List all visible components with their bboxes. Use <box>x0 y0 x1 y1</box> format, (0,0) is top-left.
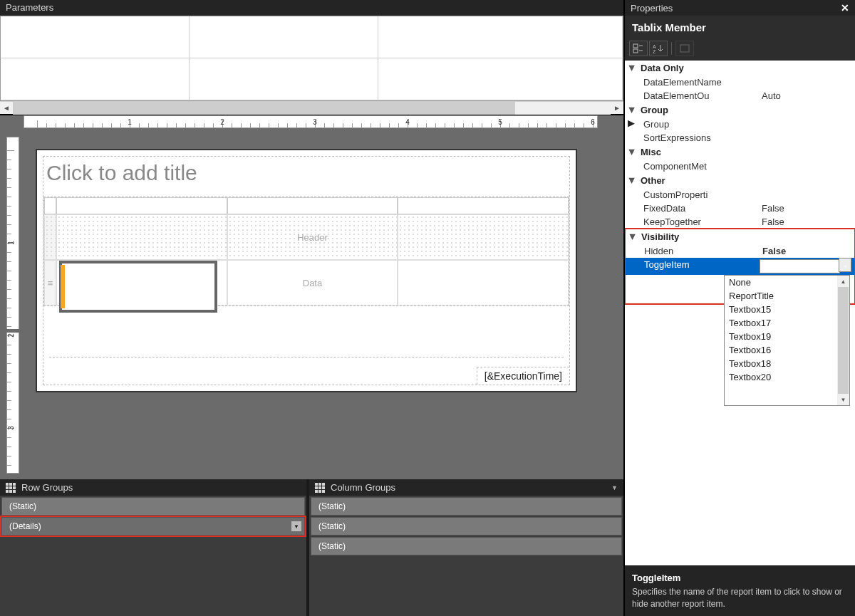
tablix[interactable]: Header ≡ Data <box>43 197 569 306</box>
alphabetical-icon[interactable]: AZ <box>649 41 668 56</box>
property-row[interactable]: ▶Group <box>625 118 855 131</box>
property-row[interactable]: CustomProperti <box>625 188 855 202</box>
property-category[interactable]: ▶Data Only <box>625 61 855 75</box>
chevron-down-icon[interactable]: ⌄ <box>839 258 851 272</box>
svg-rect-0 <box>633 44 638 48</box>
data-cell[interactable]: Data <box>227 260 398 306</box>
table-icon <box>6 483 16 493</box>
title-placeholder[interactable]: Click to add title <box>43 157 569 192</box>
column-group-item[interactable]: (Static) <box>311 537 622 555</box>
parameters-panel: Parameters ◄ ► <box>0 0 623 115</box>
design-surface[interactable]: 123456 1234 Click to add title Header <box>0 115 623 479</box>
property-row[interactable]: HiddenFalse <box>626 244 854 258</box>
close-icon[interactable]: ✕ <box>841 2 849 14</box>
property-pages-icon <box>675 41 694 56</box>
chevron-down-icon: ▶ <box>628 106 636 115</box>
toggleitem-dropdown[interactable]: NoneReportTitleTextbox15Textbox17Textbox… <box>724 275 850 406</box>
table-icon <box>315 483 325 493</box>
column-group-item[interactable]: (Static) <box>311 497 622 516</box>
row-groups-panel: Row Groups (Static)(Details)▼ <box>0 479 306 616</box>
property-row[interactable]: SortExpressions <box>625 131 855 145</box>
property-category[interactable]: ▶Group <box>625 103 855 118</box>
scroll-down-icon[interactable]: ▼ <box>837 394 849 405</box>
chevron-down-icon: ▶ <box>628 64 636 73</box>
column-group-item[interactable]: (Static) <box>311 517 622 536</box>
property-description: ToggleItem Specifies the name of the rep… <box>625 565 855 616</box>
svg-rect-1 <box>633 49 638 53</box>
scroll-thumb[interactable] <box>13 102 515 115</box>
row-group-item[interactable]: (Static) <box>1 497 305 516</box>
parameters-title: Parameters <box>0 0 623 15</box>
property-category[interactable]: ▶Misc <box>625 145 855 160</box>
header-cell[interactable]: Header <box>227 214 398 260</box>
dropdown-option[interactable]: Textbox19 <box>725 330 837 343</box>
report-page[interactable]: Click to add title Header ≡ Data <box>36 149 577 392</box>
property-row[interactable]: FixedDataFalse <box>625 202 855 215</box>
row-handle[interactable]: ≡ <box>44 260 56 306</box>
chevron-down-icon: ▶ <box>629 233 637 241</box>
dropdown-option[interactable]: Textbox20 <box>725 370 837 384</box>
property-row[interactable]: ToggleItem⌄ <box>626 258 854 275</box>
property-category[interactable]: ▶Other <box>625 173 855 188</box>
chevron-right-icon[interactable]: ▶ <box>628 118 635 128</box>
chevron-down-icon[interactable]: ▼ <box>291 521 301 531</box>
property-row[interactable]: DataElementOuAuto <box>625 89 855 103</box>
desc-title: ToggleItem <box>632 572 848 585</box>
column-groups-title: Column Groups <box>331 482 395 493</box>
scroll-right-icon[interactable]: ► <box>611 102 623 115</box>
properties-panel: Properties ✕ Tablix Member AZ ▶Data Only… <box>623 0 855 616</box>
vertical-ruler: 1234 <box>6 137 19 474</box>
svg-text:A: A <box>653 44 656 49</box>
column-groups-panel: Column Groups ▼ (Static)(Static)(Static) <box>309 479 623 616</box>
scroll-thumb[interactable] <box>838 287 849 394</box>
row-groups-title: Row Groups <box>21 482 73 493</box>
parameters-grid[interactable] <box>0 16 623 101</box>
execution-time-textbox[interactable]: [&ExecutionTime] <box>477 367 569 385</box>
dropdown-option[interactable]: Textbox17 <box>725 316 837 330</box>
property-row[interactable]: KeepTogetherFalse <box>625 215 855 229</box>
properties-object-name: Tablix Member <box>625 16 855 41</box>
dropdown-option[interactable]: Textbox15 <box>725 303 837 316</box>
column-groups-menu-icon[interactable]: ▼ <box>611 484 618 491</box>
parameters-hscroll[interactable]: ◄ ► <box>0 101 623 114</box>
dropdown-option[interactable]: Textbox16 <box>725 343 837 357</box>
row-group-item[interactable]: (Details)▼ <box>1 517 305 536</box>
svg-rect-4 <box>680 45 689 52</box>
chevron-down-icon: ▶ <box>628 148 636 157</box>
horizontal-ruler: 123456 <box>24 115 598 128</box>
properties-grid[interactable]: ▶Data OnlyDataElementNameDataElementOuAu… <box>625 61 855 565</box>
desc-body: Specifies the name of the report item to… <box>632 587 842 609</box>
dropdown-option[interactable]: Textbox18 <box>725 357 837 370</box>
dropdown-option[interactable]: None <box>725 276 837 289</box>
property-row[interactable]: DataElementName <box>625 75 855 89</box>
chevron-down-icon: ▶ <box>628 177 636 185</box>
selected-tablix-cell[interactable] <box>59 261 217 313</box>
property-row[interactable]: ComponentMet <box>625 160 855 173</box>
property-category[interactable]: ▶Visibility <box>626 229 854 244</box>
categorized-icon[interactable] <box>629 41 648 56</box>
properties-toolbar: AZ <box>625 41 855 61</box>
groups-area: Row Groups (Static)(Details)▼ Column Gro… <box>0 479 623 616</box>
properties-title: Properties <box>631 3 673 14</box>
scroll-left-icon[interactable]: ◄ <box>0 102 13 115</box>
svg-text:Z: Z <box>653 49 656 53</box>
dropdown-option[interactable]: ReportTitle <box>725 289 837 303</box>
scroll-up-icon[interactable]: ▲ <box>837 276 849 287</box>
